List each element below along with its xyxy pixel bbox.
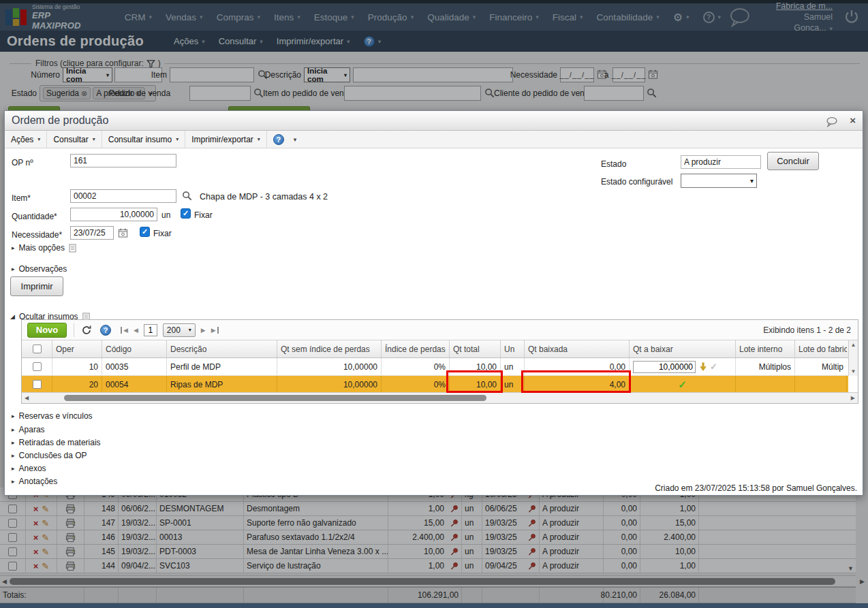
section-retiradas[interactable]: ▸Retiradas de materiais [12, 438, 101, 447]
lote-fabricante-value [795, 376, 847, 393]
item-input[interactable] [70, 189, 176, 203]
estado-label: Estado [601, 159, 626, 169]
col-descricao[interactable]: Descrição [167, 340, 277, 357]
vertical-scrollbar[interactable]: ▲ ▼ [848, 340, 858, 376]
descricao-value: Ripas de MDP [167, 376, 277, 393]
section-reservas[interactable]: ▸Reservas e vínculos [12, 411, 93, 421]
download-arrow-icon[interactable] [699, 362, 707, 372]
prev-page-icon[interactable]: ◀ [134, 327, 138, 334]
necessidade-input[interactable] [70, 226, 114, 240]
first-page-icon[interactable]: ◀ [121, 327, 128, 334]
fixar-necessidade-checkbox[interactable]: ✓ [140, 227, 150, 237]
section-aparas-label: Aparas [19, 425, 45, 434]
col-lote-fabricante[interactable]: Lote do fabrica [795, 340, 847, 357]
col-qt-a-baixar[interactable]: Qt a baixar [630, 340, 736, 357]
section-anexos[interactable]: ▸Anexos [12, 464, 46, 473]
horizontal-scrollbar[interactable]: ◀ ▶ [22, 392, 858, 403]
imprimir-button[interactable]: Imprimir [10, 276, 63, 296]
lote-interno-value: Múltiplos [736, 358, 795, 375]
modal-menu-acoes[interactable]: Ações▾ [5, 131, 47, 148]
quantidade-unit: un [161, 210, 170, 220]
qt-total-value: 10,00 [450, 358, 501, 375]
qt-a-baixar-input[interactable] [633, 361, 696, 373]
col-qt-baixada[interactable]: Qt baixada [525, 340, 630, 357]
qt-sem-indice-value: 10,00000 [277, 376, 382, 393]
modal-title: Ordem de produção [5, 114, 108, 127]
scrollbar-thumb[interactable] [64, 395, 486, 401]
estado-input[interactable] [681, 155, 761, 169]
qt-total-value: 10,00 [450, 376, 501, 393]
col-qt-sem-indice[interactable]: Qt sem índice de perdas [277, 340, 382, 357]
section-aparas[interactable]: ▸Aparas [12, 425, 45, 434]
fixar-necessidade-label: Fixar [153, 229, 172, 238]
insumos-grid: Novo ? ◀ ◀ 200▾ ▶ ▶ Exibindo itens 1 - 2… [21, 319, 858, 404]
op-input[interactable] [70, 154, 176, 167]
necessidade-label: Necessidade* [12, 230, 62, 240]
modal-menu-consultar-insumo[interactable]: Consultar insumo▾ [102, 131, 185, 148]
expanded-icon: ◢ [10, 313, 15, 320]
row-checkbox[interactable] [33, 362, 42, 371]
indice-perdas-value: 0% [382, 358, 450, 375]
col-indice-perdas[interactable]: Índice de perdas [382, 340, 450, 357]
check-icon: ✓ [710, 362, 717, 372]
modal-menu-imprimir-label: Imprimir/exportar [191, 135, 253, 144]
section-conclusoes[interactable]: ▸Conclusões da OP [12, 451, 87, 460]
scroll-up-icon[interactable]: ▲ [851, 342, 856, 348]
close-icon[interactable]: × [850, 114, 856, 126]
checkmark-green-icon: ✓ [678, 379, 687, 391]
collapsed-icon: ▸ [12, 266, 15, 272]
col-lote-interno[interactable]: Lote interno [736, 340, 795, 357]
col-codigo[interactable]: Código [102, 340, 167, 357]
qt-baixada-value: 4,00 [525, 376, 630, 393]
grid-status: Exibindo itens 1 - 2 de 2 [763, 325, 851, 335]
section-retiradas-label: Retiradas de materiais [19, 438, 101, 447]
quantidade-input[interactable] [70, 208, 157, 221]
mais-opcoes-toggle[interactable]: ▸ Mais opções [12, 243, 76, 253]
lote-fabricante-value: Múltip [795, 358, 847, 375]
row-checkbox[interactable] [33, 380, 42, 389]
insumo-row[interactable]: 10 00035 Perfil de MDP 10,00000 0% 10,00… [22, 358, 848, 376]
novo-button[interactable]: Novo [27, 323, 67, 338]
chevron-down-icon: ▾ [258, 136, 260, 142]
scroll-left-icon[interactable]: ◀ [25, 395, 29, 401]
page-size-select[interactable]: 200▾ [163, 323, 196, 337]
modal-help[interactable]: ?▾ [267, 131, 303, 148]
item-description: Chapa de MDP - 3 camadas 4 x 2 [200, 192, 328, 202]
col-un[interactable]: Un [501, 340, 525, 357]
section-anotacoes[interactable]: ▸Anotações [12, 477, 57, 486]
last-page-icon[interactable]: ▶ [211, 327, 219, 334]
help-icon[interactable]: ? [100, 325, 111, 336]
scroll-down-icon[interactable]: ▼ [851, 368, 856, 374]
concluir-button[interactable]: Concluir [767, 152, 819, 170]
check-icon: ✓ [183, 209, 189, 218]
modal-menu-consultar[interactable]: Consultar▾ [47, 131, 102, 148]
collapsed-icon: ▸ [12, 452, 15, 459]
fixar-quantidade-label: Fixar [194, 210, 213, 220]
op-label: OP nº [12, 158, 33, 167]
scroll-right-icon[interactable]: ▶ [851, 395, 855, 401]
section-anexos-label: Anexos [19, 464, 46, 473]
next-page-icon[interactable]: ▶ [201, 327, 206, 334]
refresh-icon[interactable] [81, 325, 92, 336]
col-oper[interactable]: Oper [52, 340, 102, 357]
fixar-quantidade-checkbox[interactable]: ✓ [181, 208, 191, 219]
observacoes-toggle[interactable]: ▸ Observações [12, 264, 67, 274]
grid-toolbar: Novo ? ◀ ◀ 200▾ ▶ ▶ Exibindo itens 1 - 2… [22, 320, 858, 340]
col-qt-total[interactable]: Qt total [450, 340, 501, 357]
calendar-icon[interactable] [118, 227, 128, 238]
chat-icon[interactable] [824, 116, 839, 127]
un-value: un [501, 358, 525, 375]
search-icon[interactable] [182, 191, 192, 201]
estado-configuravel-label: Estado configurável [601, 177, 672, 187]
insumo-row-selected[interactable]: 20 00054 Ripas de MDP 10,00000 0% 10,00 … [22, 376, 848, 394]
select-all-checkbox[interactable] [33, 345, 42, 353]
section-anotacoes-label: Anotações [19, 477, 58, 486]
estado-configuravel-select[interactable]: ▾ [681, 174, 757, 188]
collapsed-icon: ▸ [12, 413, 15, 419]
chevron-down-icon: ▾ [37, 136, 40, 142]
oper-value: 10 [52, 358, 102, 375]
modal-menu-imprimir[interactable]: Imprimir/exportar▾ [185, 131, 267, 148]
page-input[interactable] [144, 324, 157, 336]
pager: ◀ ◀ 200▾ ▶ ▶ [121, 323, 219, 337]
codigo-value: 00054 [102, 376, 167, 393]
